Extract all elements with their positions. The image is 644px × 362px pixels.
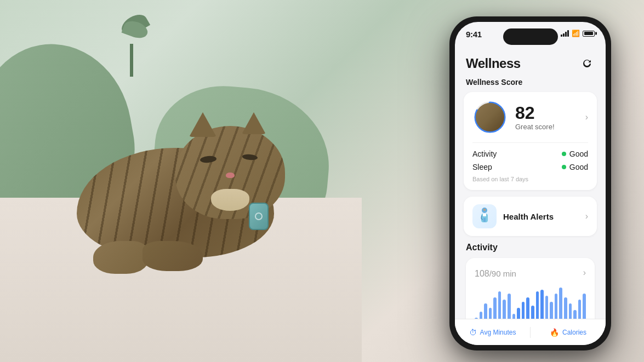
cat-head: [175, 126, 285, 219]
score-circle: [472, 100, 508, 135]
score-label: Great score!: [515, 123, 578, 131]
battery-fill: [584, 32, 593, 35]
wifi-icon: 📶: [572, 30, 580, 37]
avg-minutes-icon: ⏱: [469, 328, 477, 337]
signal-bar-2: [563, 33, 565, 37]
activity-metric-row: Activity Good: [472, 150, 588, 158]
calories-icon: 🔥: [550, 328, 559, 337]
app-header: Wellness: [455, 49, 606, 76]
cat-paw-left: [93, 241, 148, 274]
wellness-card[interactable]: 82 Great score! › Activity Good Sl: [464, 92, 597, 190]
cat-avatar-inner: [476, 103, 504, 131]
activity-chevron-icon: ›: [583, 268, 586, 278]
activity-metric-label: Activity: [472, 150, 497, 158]
svg-rect-2: [483, 214, 486, 216]
plant-stem: [130, 44, 133, 77]
tracker-device: [249, 203, 269, 230]
activity-minutes-row: 108/90 min ›: [475, 266, 586, 280]
phone-container: 9:41 📶 Wellness: [449, 16, 611, 350]
tab-avg-minutes[interactable]: ⏱ Avg Minutes: [455, 328, 530, 337]
dynamic-island: [503, 28, 558, 45]
cat-eye-right: [242, 154, 258, 160]
cat-nose: [226, 173, 235, 178]
cat-eye-left: [200, 156, 217, 164]
sleep-metric-row: Sleep Good: [472, 163, 588, 171]
score-chevron-icon: ›: [585, 112, 588, 122]
score-number: 82: [515, 104, 578, 122]
activity-status-dot: [562, 152, 566, 156]
score-info: 82 Great score!: [515, 104, 578, 131]
status-icons: 📶: [561, 30, 595, 37]
tab-calories-label: Calories: [562, 329, 586, 336]
signal-bar-4: [567, 30, 569, 37]
health-alerts-label: Health Alerts: [503, 212, 579, 221]
cat-scene: [0, 0, 362, 362]
activity-minutes: 108/90 min: [475, 266, 516, 280]
cat-chin: [211, 189, 249, 211]
wellness-score-section-title: Wellness Score: [455, 76, 606, 92]
sleep-status-text: Good: [569, 163, 588, 171]
app-content: Wellness Wellness Score: [455, 49, 606, 345]
cat-paw-right: [143, 241, 203, 271]
activity-section-title: Activity: [466, 243, 595, 252]
phone-screen: 9:41 📶 Wellness: [455, 22, 606, 345]
tab-calories[interactable]: 🔥 Calories: [531, 328, 606, 337]
health-alerts-card[interactable]: Health Alerts ›: [464, 197, 597, 236]
app-title: Wellness: [466, 56, 521, 71]
sleep-metric-status: Good: [562, 163, 588, 171]
signal-bars-icon: [561, 30, 569, 37]
activity-metric-status: Good: [562, 150, 588, 158]
tab-avg-minutes-label: Avg Minutes: [480, 329, 516, 336]
refresh-button[interactable]: [579, 56, 595, 71]
cat-ear-right: [242, 112, 266, 134]
period-note: Based on last 7 days: [472, 176, 588, 182]
health-alert-icon: [472, 204, 497, 228]
plant: [110, 11, 153, 77]
svg-rect-4: [483, 218, 486, 222]
current-minutes: 108: [475, 269, 489, 278]
signal-bar-3: [565, 32, 567, 37]
svg-point-3: [483, 209, 486, 211]
sleep-status-dot: [562, 165, 566, 169]
wellness-score-row: 82 Great score! ›: [472, 100, 588, 135]
battery-icon: [583, 31, 595, 37]
activity-status-text: Good: [569, 150, 588, 158]
signal-bar-1: [561, 35, 562, 37]
divider: [472, 142, 588, 143]
health-alerts-chevron-icon: ›: [585, 211, 588, 221]
target-minutes: /90 min: [489, 269, 516, 278]
status-time: 9:41: [466, 30, 482, 39]
sleep-metric-label: Sleep: [472, 163, 492, 171]
cat-body: [66, 110, 296, 301]
cat-ear-left: [189, 112, 216, 137]
bottom-tabs: ⏱ Avg Minutes 🔥 Calories: [455, 319, 606, 345]
cat-avatar: [476, 103, 504, 131]
